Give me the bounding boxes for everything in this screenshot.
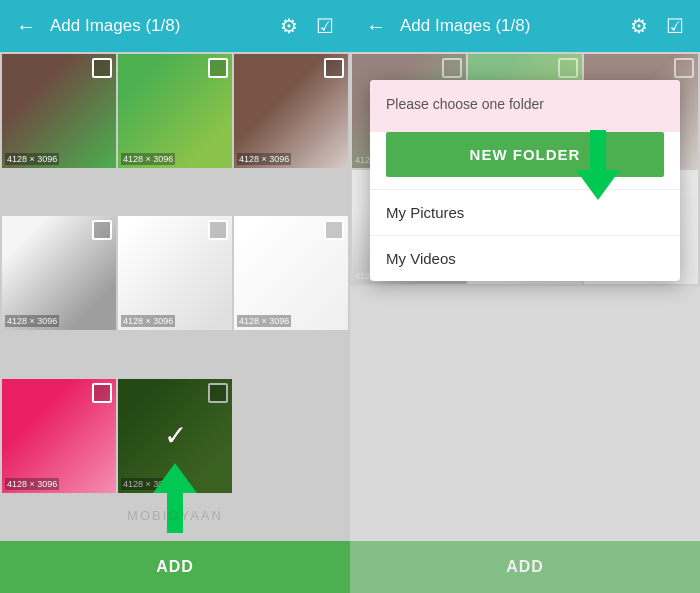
expand-icon: [92, 58, 112, 78]
image-cell-left-2[interactable]: 4128 × 3096: [234, 54, 348, 168]
expand-icon: [324, 220, 344, 240]
expand-icon: [92, 383, 112, 403]
image-cell-left-4[interactable]: 4128 × 3096: [118, 216, 232, 330]
filter-icon-right[interactable]: ⚙: [626, 10, 652, 42]
dialog-title: Please choose one folder: [370, 80, 680, 124]
filter-icon-left[interactable]: ⚙: [276, 10, 302, 42]
image-dimension: 4128 × 3096: [121, 315, 175, 327]
image-cell-left-6[interactable]: 4128 × 3096: [2, 379, 116, 493]
arrow-down-indicator: [576, 130, 620, 200]
folder-dialog: Please choose one folder NEW FOLDER My P…: [370, 80, 680, 281]
expand-icon: [208, 58, 228, 78]
expand-icon: [208, 220, 228, 240]
check-icon-right[interactable]: ☑: [662, 10, 688, 42]
expand-icon: [442, 58, 462, 78]
image-dimension: 4128 × 3096: [5, 153, 59, 165]
image-dimension: 4128 × 3096: [5, 478, 59, 490]
left-header: ← Add Images (1/8) ⚙ ☑: [0, 0, 350, 52]
expand-icon: [324, 58, 344, 78]
expand-icon: [558, 58, 578, 78]
left-title: Add Images (1/8): [50, 16, 266, 36]
image-cell-left-3[interactable]: 4128 × 3096: [2, 216, 116, 330]
folder-my-videos[interactable]: My Videos: [370, 235, 680, 281]
expand-icon: [674, 58, 694, 78]
right-title: Add Images (1/8): [400, 16, 616, 36]
arrow-up-indicator: [153, 463, 197, 533]
add-button-right[interactable]: ADD: [350, 541, 700, 593]
left-panel: ← Add Images (1/8) ⚙ ☑ 4128 × 30964128 ×…: [0, 0, 350, 593]
image-cell-left-5[interactable]: 4128 × 3096: [234, 216, 348, 330]
folder-my-pictures[interactable]: My Pictures: [370, 189, 680, 235]
image-cell-left-0[interactable]: 4128 × 3096: [2, 54, 116, 168]
image-dimension: 4128 × 3096: [5, 315, 59, 327]
image-dimension: 4128 × 3096: [237, 315, 291, 327]
right-header: ← Add Images (1/8) ⚙ ☑: [350, 0, 700, 52]
new-folder-button[interactable]: NEW FOLDER: [386, 132, 664, 177]
back-button-right[interactable]: ←: [362, 11, 390, 42]
back-button-left[interactable]: ←: [12, 11, 40, 42]
check-icon-left[interactable]: ☑: [312, 10, 338, 42]
image-dimension: 4128 × 3096: [121, 153, 175, 165]
image-cell-left-1[interactable]: 4128 × 3096: [118, 54, 232, 168]
image-dimension: 4128 × 3096: [237, 153, 291, 165]
right-panel: ← Add Images (1/8) ⚙ ☑ 4128 × 30964128 ×…: [350, 0, 700, 593]
add-button-left[interactable]: ADD: [0, 541, 350, 593]
expand-icon: [92, 220, 112, 240]
